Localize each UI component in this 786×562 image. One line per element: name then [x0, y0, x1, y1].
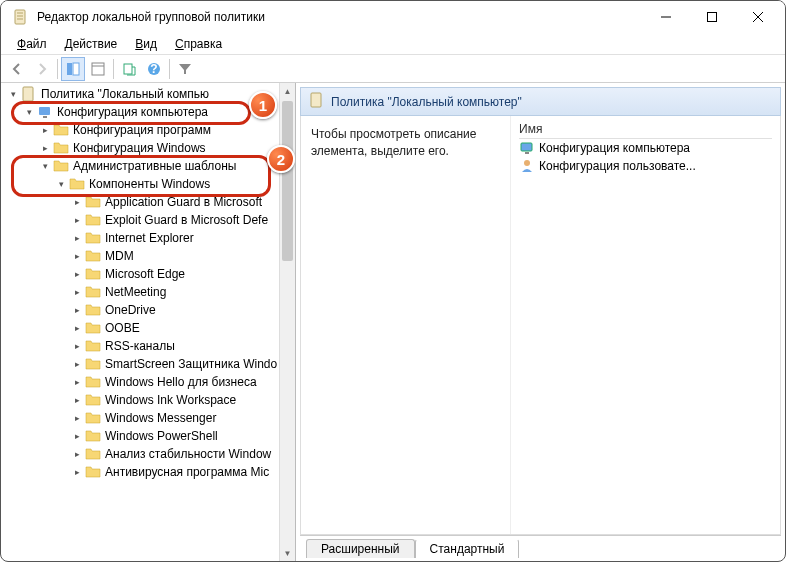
expand-icon[interactable]: ▸	[71, 376, 83, 388]
menubar: Файл Действие Вид Справка	[1, 33, 785, 55]
expand-icon[interactable]: ▸	[71, 214, 83, 226]
tree-label: Конфигурация компьютера	[55, 105, 210, 119]
tree-item[interactable]: ▸Конфигурация программ	[3, 121, 293, 139]
svg-point-21	[524, 160, 530, 166]
tree-label: RSS-каналы	[103, 339, 177, 353]
tree-item[interactable]: ▸Internet Explorer	[3, 229, 293, 247]
tree-item[interactable]: ▸Windows Ink Workspace	[3, 391, 293, 409]
column-name[interactable]: Имя	[519, 120, 772, 139]
tree-label: OOBE	[103, 321, 142, 335]
expand-icon[interactable]: ▸	[71, 448, 83, 460]
tree-computer-config[interactable]: ▾Конфигурация компьютера	[3, 103, 293, 121]
folder-icon	[85, 411, 101, 425]
maximize-button[interactable]	[689, 1, 735, 33]
expand-icon[interactable]: ▸	[71, 340, 83, 352]
tree-item[interactable]: ▸Конфигурация Windows	[3, 139, 293, 157]
expand-icon[interactable]: ▾	[55, 178, 67, 190]
list-item[interactable]: Конфигурация пользовате...	[519, 157, 772, 175]
tree-item[interactable]: ▸Windows Messenger	[3, 409, 293, 427]
expand-icon[interactable]: ▾	[39, 160, 51, 172]
tree-item[interactable]: ▸Application Guard в Microsoft	[3, 193, 293, 211]
expand-icon[interactable]: ▸	[71, 268, 83, 280]
policy-icon	[309, 92, 325, 111]
tree-label: Internet Explorer	[103, 231, 196, 245]
scroll-thumb[interactable]	[282, 101, 293, 261]
expand-icon[interactable]: ▸	[71, 250, 83, 262]
tree-item[interactable]: ▸NetMeeting	[3, 283, 293, 301]
menu-help[interactable]: Справка	[167, 35, 230, 53]
tab-standard[interactable]: Стандартный	[415, 539, 520, 558]
folder-icon	[85, 321, 101, 335]
svg-rect-17	[43, 116, 47, 118]
tree-windows-components[interactable]: ▾Компоненты Windows	[3, 175, 293, 193]
tree-item[interactable]: ▸OneDrive	[3, 301, 293, 319]
expand-icon[interactable]: ▸	[71, 232, 83, 244]
tree-item[interactable]: ▸Windows PowerShell	[3, 427, 293, 445]
tree-scrollbar[interactable]: ▲ ▼	[279, 83, 295, 561]
tree-label: SmartScreen Защитника Windo	[103, 357, 279, 371]
expand-icon[interactable]: ▸	[39, 142, 51, 154]
scroll-up-icon[interactable]: ▲	[280, 83, 295, 99]
tree-item[interactable]: ▸OOBE	[3, 319, 293, 337]
tab-extended[interactable]: Расширенный	[306, 539, 415, 558]
tree-label: OneDrive	[103, 303, 158, 317]
folder-icon	[85, 357, 101, 371]
expand-icon[interactable]: ▸	[71, 466, 83, 478]
computer-icon	[519, 140, 535, 156]
expand-icon[interactable]: ▾	[23, 106, 35, 118]
show-tree-button[interactable]	[61, 57, 85, 81]
svg-rect-9	[73, 63, 79, 75]
menu-action[interactable]: Действие	[57, 35, 126, 53]
expand-icon[interactable]: ▸	[71, 358, 83, 370]
expand-icon[interactable]: ▾	[7, 88, 19, 100]
properties-button[interactable]	[86, 57, 110, 81]
help-button[interactable]: ?	[142, 57, 166, 81]
svg-rect-16	[39, 107, 50, 115]
expand-icon[interactable]: ▸	[71, 430, 83, 442]
tree-item[interactable]: ▸Exploit Guard в Microsoft Defe	[3, 211, 293, 229]
tree-item[interactable]: ▸Windows Hello для бизнеса	[3, 373, 293, 391]
back-button[interactable]	[5, 57, 29, 81]
expand-icon[interactable]: ▸	[71, 412, 83, 424]
expand-icon[interactable]: ▸	[71, 196, 83, 208]
titlebar: Редактор локальной групповой политики	[1, 1, 785, 33]
tree-item[interactable]: ▸Microsoft Edge	[3, 265, 293, 283]
tree-item[interactable]: ▸Анализ стабильности Window	[3, 445, 293, 463]
filter-button[interactable]	[173, 57, 197, 81]
expand-icon[interactable]: ▸	[39, 124, 51, 136]
svg-rect-5	[708, 12, 717, 21]
expand-icon[interactable]: ▸	[71, 304, 83, 316]
minimize-button[interactable]	[643, 1, 689, 33]
expand-icon[interactable]: ▸	[71, 394, 83, 406]
export-button[interactable]	[117, 57, 141, 81]
tree-label: Политика "Локальный компью	[39, 87, 211, 101]
expand-icon[interactable]: ▸	[71, 322, 83, 334]
tree-item[interactable]: ▸SmartScreen Защитника Windo	[3, 355, 293, 373]
folder-icon	[85, 303, 101, 317]
user-icon	[519, 158, 535, 174]
folder-icon	[85, 267, 101, 281]
detail-list: Имя Конфигурация компьютера Конфигурация…	[511, 116, 780, 534]
tree-item[interactable]: ▸Антивирусная программа Mic	[3, 463, 293, 481]
tree-admin-templates[interactable]: ▾Административные шаблоны	[3, 157, 293, 175]
folder-icon	[85, 213, 101, 227]
tree-root[interactable]: ▾Политика "Локальный компью	[3, 85, 293, 103]
menu-view[interactable]: Вид	[127, 35, 165, 53]
svg-rect-0	[15, 10, 25, 24]
tree-label: Конфигурация программ	[71, 123, 213, 137]
tree-item[interactable]: ▸RSS-каналы	[3, 337, 293, 355]
detail-tabs: Расширенный Стандартный	[300, 535, 781, 557]
tree-item[interactable]: ▸MDM	[3, 247, 293, 265]
tree-label: Windows Messenger	[103, 411, 218, 425]
menu-file[interactable]: Файл	[9, 35, 55, 53]
expand-icon[interactable]: ▸	[71, 286, 83, 298]
scroll-down-icon[interactable]: ▼	[280, 545, 295, 561]
tree-label: Компоненты Windows	[87, 177, 212, 191]
list-item[interactable]: Конфигурация компьютера	[519, 139, 772, 157]
toolbar: ?	[1, 55, 785, 83]
close-button[interactable]	[735, 1, 781, 33]
tree[interactable]: ▾Политика "Локальный компью▾Конфигурация…	[3, 85, 293, 559]
forward-button[interactable]	[30, 57, 54, 81]
window-title: Редактор локальной групповой политики	[37, 10, 643, 24]
tree-label: Административные шаблоны	[71, 159, 238, 173]
